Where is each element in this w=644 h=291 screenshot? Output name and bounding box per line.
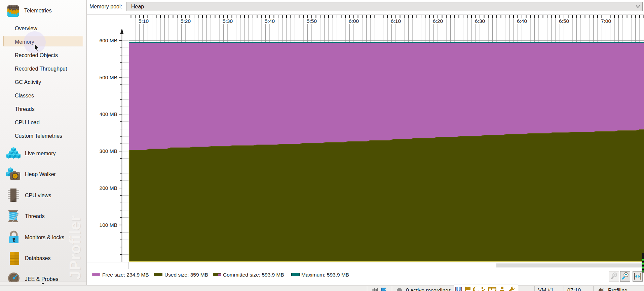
svg-text:5:40: 5:40: [265, 18, 275, 24]
svg-text:6:20: 6:20: [433, 18, 443, 24]
svg-text:6:30: 6:30: [475, 18, 485, 24]
svg-text:5:10: 5:10: [139, 18, 149, 24]
svg-text:6:00: 6:00: [349, 18, 359, 24]
svg-text:100 MB: 100 MB: [100, 222, 117, 228]
svg-text:500 MB: 500 MB: [100, 75, 117, 80]
svg-text:6:50: 6:50: [559, 18, 569, 24]
svg-text:6:10: 6:10: [391, 18, 401, 24]
svg-text:5:50: 5:50: [307, 18, 317, 24]
svg-text:600 MB: 600 MB: [100, 38, 117, 43]
svg-text:200 MB: 200 MB: [100, 185, 117, 191]
svg-text:7:00: 7:00: [601, 18, 611, 24]
svg-text:300 MB: 300 MB: [100, 148, 117, 154]
svg-text:5:20: 5:20: [181, 18, 191, 24]
svg-text:6:40: 6:40: [517, 18, 527, 24]
svg-text:5:30: 5:30: [223, 18, 233, 24]
svg-text:400 MB: 400 MB: [100, 111, 117, 117]
